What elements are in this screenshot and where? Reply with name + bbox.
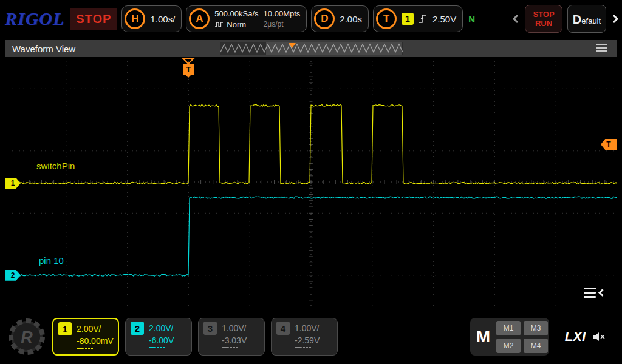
sample-rate-value: 500.00kSa/s	[214, 9, 258, 18]
channel2-scale: 2.00V/	[149, 323, 173, 333]
math-buttons: M1 M2 M3 M4	[496, 321, 548, 353]
channel3-box[interactable]: 3 1.00V/ -3.03V	[198, 318, 265, 356]
channel2-box[interactable]: 2 2.00V/ -6.00V	[125, 318, 192, 356]
waveform-canvas[interactable]	[5, 58, 617, 306]
speaker-muted-icon[interactable]	[593, 331, 606, 342]
trigger-knob-icon[interactable]: T	[376, 8, 397, 29]
channel3-offset: -3.03V	[222, 335, 259, 345]
channel2-badge: 2	[131, 322, 144, 335]
channel4-box[interactable]: 4 1.00V/ -2.59V	[271, 318, 338, 356]
channel1-badge: 1	[58, 322, 72, 335]
trigger-status-flag: N	[468, 14, 475, 24]
default-rest: efault	[581, 16, 601, 25]
channel4-offset: -2.59V	[295, 335, 332, 345]
trigger-position-label: T	[186, 65, 191, 74]
svg-text:R: R	[21, 328, 33, 346]
record-overview-strip[interactable]	[220, 42, 403, 55]
math-panel: M M1 M2 M3 M4	[470, 318, 549, 356]
oscilloscope-screen: RIGOL STOP H 1.00s/ A 500.00kSa/s Norm 1…	[0, 0, 622, 364]
trigger-settings-button[interactable]: T 1 2.50V	[373, 5, 463, 32]
channel3-coupling-icon	[222, 347, 259, 348]
channel1-coupling-icon	[77, 348, 113, 349]
bottom-bar: R 1 2.00V/ -80.00mV 2 2.00V/ -6.00V 3 1.…	[0, 309, 622, 364]
ch2-waveform-label: pin 10	[39, 255, 64, 266]
acquisition-right-column: 10.00Mpts 2μs/pt	[264, 9, 301, 29]
channel4-badge: 4	[276, 322, 290, 335]
sample-interval-value: 2μs/pt	[264, 20, 301, 29]
acquire-mode-label: Norm	[227, 20, 246, 29]
delay-value: 2.00s	[340, 14, 362, 24]
lxi-block: LXI	[565, 329, 606, 345]
math2-button[interactable]: M2	[496, 339, 521, 353]
trigger-position-marker[interactable]: T	[182, 58, 195, 78]
channel3-badge: 3	[203, 322, 217, 335]
trigger-level-value: 2.50V	[432, 14, 456, 24]
channel4-scale: 1.00V/	[295, 323, 319, 333]
acquisition-settings-button[interactable]: A 500.00kSa/s Norm 10.00Mpts 2μs/pt	[186, 5, 307, 32]
horizontal-knob-icon[interactable]: H	[125, 8, 145, 29]
acquire-knob-icon[interactable]: A	[189, 8, 210, 29]
channel2-offset: -6.00V	[149, 335, 186, 345]
top-status-bar: RIGOL STOP H 1.00s/ A 500.00kSa/s Norm 1…	[0, 0, 622, 38]
default-button[interactable]: Default	[567, 5, 606, 33]
channel1-box[interactable]: 1 2.00V/ -80.00mV	[52, 318, 119, 356]
chevron-left-icon[interactable]	[513, 15, 521, 23]
view-title: Waveform View	[12, 44, 75, 54]
channel1-scale: 2.00V/	[77, 324, 101, 334]
default-initial: D	[573, 13, 581, 27]
delay-settings-button[interactable]: D 2.00s	[311, 5, 369, 32]
math-label[interactable]: M	[476, 327, 490, 346]
channel4-coupling-icon	[295, 347, 332, 348]
timebase-value: 1.00s/	[150, 14, 175, 24]
math3-button[interactable]: M3	[524, 321, 548, 335]
square-wave-icon	[214, 21, 224, 28]
stop-run-button[interactable]: STOP RUN	[525, 5, 562, 33]
acquisition-left-column: 500.00kSa/s Norm	[214, 9, 258, 29]
channel3-scale: 1.00V/	[222, 323, 246, 333]
top-right-controls: STOP RUN Default	[514, 5, 617, 33]
stop-run-line1: STOP	[533, 10, 554, 19]
collapse-menu-icon[interactable]	[584, 288, 605, 298]
rising-edge-icon	[419, 13, 428, 24]
waveform-view-header: Waveform View	[5, 40, 617, 57]
rigol-logo: RIGOL	[5, 8, 64, 29]
channel1-offset: -80.00mV	[77, 336, 113, 346]
horizontal-settings-button[interactable]: H 1.00s/	[121, 5, 182, 32]
trigger-source-badge: 1	[402, 13, 414, 25]
lxi-logo: LXI	[565, 329, 586, 345]
stop-run-line2: RUN	[535, 19, 552, 28]
hamburger-icon[interactable]	[596, 44, 607, 52]
rigol-gear-logo[interactable]: R	[7, 317, 46, 356]
math1-button[interactable]: M1	[496, 321, 521, 335]
waveform-display[interactable]: T T 1 2 switchPin pin 10	[5, 58, 617, 306]
chevron-right-icon[interactable]	[610, 15, 618, 23]
memory-depth-value: 10.00Mpts	[264, 9, 301, 18]
ch1-waveform-label: switchPin	[36, 161, 75, 171]
delay-knob-icon[interactable]: D	[314, 8, 335, 29]
channel2-coupling-icon	[149, 347, 186, 348]
math4-button[interactable]: M4	[524, 339, 548, 353]
run-state-indicator[interactable]: STOP	[70, 8, 117, 30]
